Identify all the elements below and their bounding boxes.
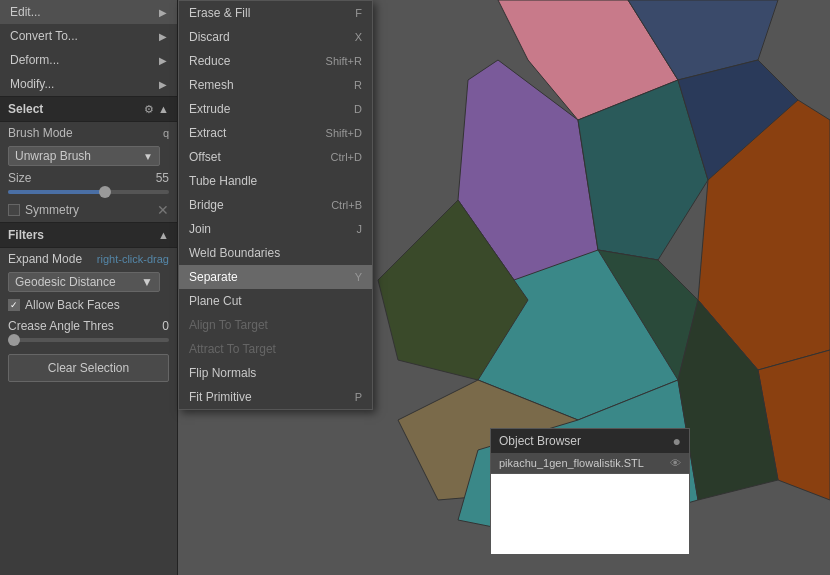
dropdown-menu-item[interactable]: ExtrudeD [179, 97, 372, 121]
dropdown-menu-item-label: Bridge [189, 198, 224, 212]
menu-item-convert-arrow: ▶ [159, 31, 167, 42]
symmetry-checkbox-label[interactable]: Symmetry [8, 203, 79, 217]
dropdown-menu-item[interactable]: Fit PrimitiveP [179, 385, 372, 409]
menu-item-deform[interactable]: Deform... ▶ [0, 48, 177, 72]
dropdown-menu-item-label: Remesh [189, 78, 234, 92]
menu-item-convert[interactable]: Convert To... ▶ [0, 24, 177, 48]
select-section-icons: ⚙ ▲ [144, 103, 169, 116]
menu-item-deform-arrow: ▶ [159, 55, 167, 66]
dropdown-menu-item[interactable]: ReduceShift+R [179, 49, 372, 73]
size-slider-fill [8, 190, 105, 194]
dropdown-menu-item-label: Separate [189, 270, 238, 284]
brush-mode-arrow: ▼ [143, 151, 153, 162]
geodesic-value: Geodesic Distance [15, 275, 116, 289]
dropdown-menu-item-shortcut: Y [355, 271, 362, 283]
symmetry-row: Symmetry ✕ [0, 198, 177, 222]
object-browser-close[interactable]: ● [673, 433, 681, 449]
crease-slider-container[interactable] [0, 336, 177, 346]
dropdown-menu-item[interactable]: Weld Boundaries [179, 241, 372, 265]
filters-collapse-icon[interactable]: ▲ [158, 229, 169, 241]
dropdown-menu-item[interactable]: JoinJ [179, 217, 372, 241]
size-slider-track [8, 190, 169, 194]
dropdown-menu-item[interactable]: Erase & FillF [179, 1, 372, 25]
dropdown-menu-item[interactable]: DiscardX [179, 25, 372, 49]
size-slider-thumb[interactable] [99, 186, 111, 198]
backfaces-checkbox[interactable]: ✓ [8, 299, 20, 311]
dropdown-menu-item[interactable]: RemeshR [179, 73, 372, 97]
eye-icon[interactable]: 👁 [670, 457, 681, 469]
object-browser-title: Object Browser [499, 434, 581, 448]
dropdown-menu-item-shortcut: J [357, 223, 363, 235]
dropdown-menu-item-shortcut: R [354, 79, 362, 91]
menu-item-edit[interactable]: Edit... ▶ [0, 0, 177, 24]
dropdown-menu-item[interactable]: OffsetCtrl+D [179, 145, 372, 169]
gear-icon[interactable]: ⚙ [144, 103, 154, 116]
symmetry-checkbox[interactable] [8, 204, 20, 216]
object-browser-body [491, 474, 689, 554]
clear-selection-button[interactable]: Clear Selection [8, 354, 169, 382]
dropdown-menu-item-label: Discard [189, 30, 230, 44]
crease-slider-track [8, 338, 169, 342]
backfaces-row: ✓ Allow Back Faces [0, 294, 177, 316]
object-browser-item[interactable]: pikachu_1gen_flowalistik.STL 👁 [491, 453, 689, 474]
brush-mode-value: Unwrap Brush [15, 149, 91, 163]
dropdown-menu-item-shortcut: Ctrl+D [331, 151, 362, 163]
dropdown-menu-item-label: Flip Normals [189, 366, 256, 380]
crease-label: Crease Angle Thres [8, 319, 114, 333]
dropdown-menu-item[interactable]: Tube Handle [179, 169, 372, 193]
dropdown-menu-item[interactable]: SeparateY [179, 265, 372, 289]
size-value: 55 [156, 171, 169, 185]
symmetry-x-icon[interactable]: ✕ [157, 202, 169, 218]
dropdown-menu-item-label: Offset [189, 150, 221, 164]
crease-slider-thumb[interactable] [8, 334, 20, 346]
dropdown-menu-item-label: Fit Primitive [189, 390, 252, 404]
backfaces-label: Allow Back Faces [25, 298, 120, 312]
menu-item-modify[interactable]: Modify... ▶ [0, 72, 177, 96]
dropdown-menu-item-label: Reduce [189, 54, 230, 68]
menu-item-deform-label: Deform... [10, 53, 59, 67]
filters-section-title: Filters [8, 228, 44, 242]
dropdown-menu: Erase & FillFDiscardXReduceShift+RRemesh… [178, 0, 373, 410]
brush-mode-shortcut: q [163, 127, 169, 139]
dropdown-menu-item-label: Tube Handle [189, 174, 257, 188]
dropdown-menu-item-shortcut: X [355, 31, 362, 43]
menu-item-edit-arrow: ▶ [159, 7, 167, 18]
geodesic-arrow: ▼ [141, 275, 153, 289]
dropdown-menu-item-label: Weld Boundaries [189, 246, 280, 260]
object-browser-filename: pikachu_1gen_flowalistik.STL [499, 457, 644, 469]
dropdown-menu-item: Align To Target [179, 313, 372, 337]
expand-mode-row: Expand Mode right-click-drag [0, 248, 177, 270]
symmetry-label: Symmetry [25, 203, 79, 217]
dropdown-menu-item-label: Extrude [189, 102, 230, 116]
dropdown-menu-item[interactable]: Plane Cut [179, 289, 372, 313]
dropdown-menu-item-label: Plane Cut [189, 294, 242, 308]
dropdown-menu-item-shortcut: Shift+R [326, 55, 362, 67]
brush-mode-label: Brush Mode [8, 126, 73, 140]
menu-item-modify-label: Modify... [10, 77, 54, 91]
geodesic-dropdown[interactable]: Geodesic Distance ▼ [8, 272, 160, 292]
dropdown-menu-item-label: Join [189, 222, 211, 236]
dropdown-menu-item[interactable]: BridgeCtrl+B [179, 193, 372, 217]
size-slider-container[interactable] [0, 188, 177, 198]
dropdown-menu-item-shortcut: Shift+D [326, 127, 362, 139]
crease-value: 0 [162, 319, 169, 333]
menu-item-edit-label: Edit... [10, 5, 41, 19]
dropdown-menu-item-label: Extract [189, 126, 226, 140]
dropdown-menu-item-shortcut: Ctrl+B [331, 199, 362, 211]
dropdown-menu-item[interactable]: ExtractShift+D [179, 121, 372, 145]
collapse-icon[interactable]: ▲ [158, 103, 169, 116]
select-section-title: Select [8, 102, 43, 116]
dropdown-menu-item: Attract To Target [179, 337, 372, 361]
menu-item-convert-label: Convert To... [10, 29, 78, 43]
brush-mode-row: Brush Mode q [0, 122, 177, 144]
select-section-header: Select ⚙ ▲ [0, 96, 177, 122]
brush-mode-dropdown[interactable]: Unwrap Brush ▼ [8, 146, 160, 166]
expand-mode-hint: right-click-drag [97, 253, 169, 265]
object-browser: Object Browser ● pikachu_1gen_flowalisti… [490, 428, 690, 555]
crease-row: Crease Angle Thres 0 [0, 316, 177, 336]
size-row: Size 55 [0, 168, 177, 188]
dropdown-menu-item[interactable]: Flip Normals [179, 361, 372, 385]
filters-section-icons: ▲ [158, 229, 169, 241]
size-label: Size [8, 171, 31, 185]
expand-mode-label: Expand Mode [8, 252, 82, 266]
